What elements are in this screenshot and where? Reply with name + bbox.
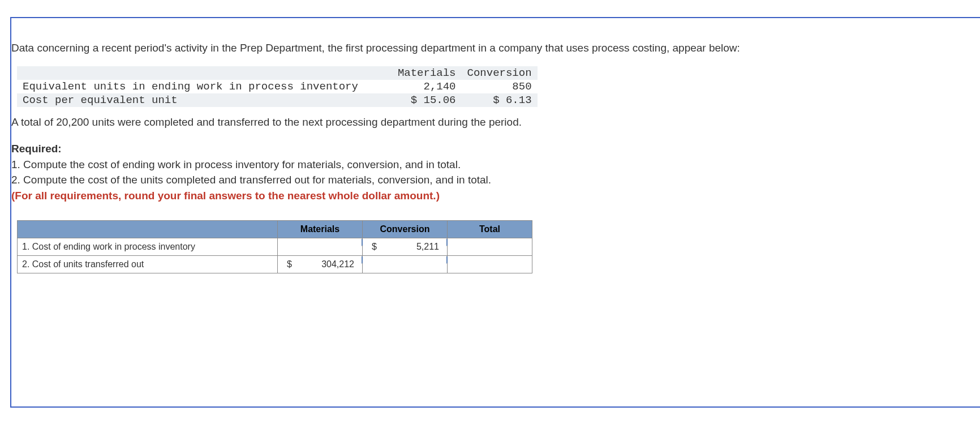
row2-conversion-input[interactable] xyxy=(363,256,448,273)
materials-header: Materials xyxy=(392,66,462,80)
row2-label: 2. Cost of units transferred out xyxy=(18,256,278,273)
intro-paragraph: Data concerning a recent period's activi… xyxy=(11,41,957,56)
question-container: Data concerning a recent period's activi… xyxy=(10,17,980,408)
conversion-col-header: Conversion xyxy=(363,221,448,238)
blank-header xyxy=(17,66,392,80)
required-item-2: 2. Compute the cost of the units complet… xyxy=(11,174,491,186)
row1-label: 1. Cost of ending work in process invent… xyxy=(18,238,278,256)
data-cell: $ 6.13 xyxy=(462,93,538,107)
row1-materials-input[interactable] xyxy=(278,238,363,256)
transferred-text: A total of 20,200 units were completed a… xyxy=(11,115,957,130)
table-row: 1. Cost of ending work in process invent… xyxy=(18,238,532,256)
given-data-table: Materials Conversion Equivalent units in… xyxy=(17,66,538,107)
row-label: Cost per equivalent unit xyxy=(17,93,392,107)
data-cell: $ 15.06 xyxy=(392,93,462,107)
total-col-header: Total xyxy=(448,221,532,238)
materials-col-header: Materials xyxy=(278,221,363,238)
corner-header xyxy=(18,221,278,238)
required-item-1: 1. Compute the cost of ending work in pr… xyxy=(11,159,461,170)
row1-total-cell[interactable] xyxy=(448,238,532,256)
rounding-note: (For all requirements, round your final … xyxy=(11,190,440,202)
row2-total-cell[interactable] xyxy=(448,256,532,273)
table-row: 2. Cost of units transferred out $ 304,2… xyxy=(18,256,532,273)
data-cell: 2,140 xyxy=(392,80,462,93)
answer-table: Materials Conversion Total 1. Cost of en… xyxy=(17,220,532,273)
required-block: Required: 1. Compute the cost of ending … xyxy=(11,141,957,203)
row-label: Equivalent units in ending work in proce… xyxy=(17,80,392,93)
conversion-header: Conversion xyxy=(462,66,538,80)
required-heading: Required: xyxy=(11,143,62,155)
data-cell: 850 xyxy=(462,80,538,93)
row1-conversion-input[interactable]: $ 5,211 xyxy=(363,238,448,256)
row2-materials-input[interactable]: $ 304,212 xyxy=(278,256,363,273)
